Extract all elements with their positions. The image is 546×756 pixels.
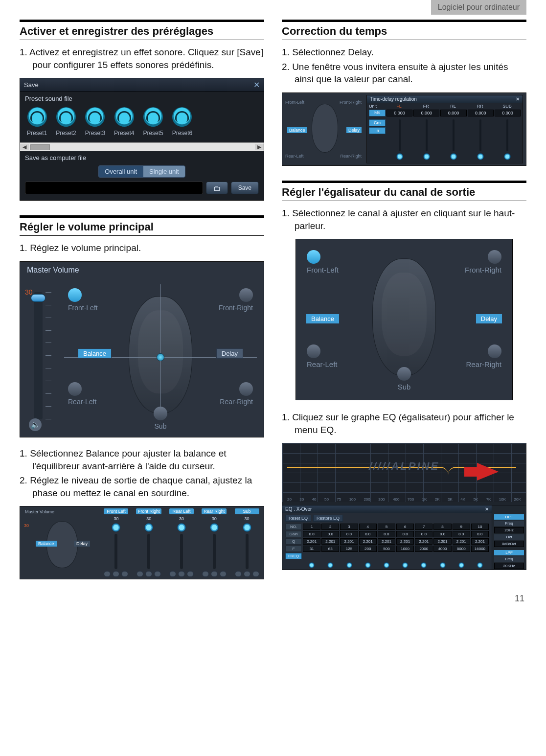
lpf-freq-label: Freq xyxy=(494,556,524,562)
reset-eq-button[interactable]: Reset EQ xyxy=(285,515,311,522)
delay-tag[interactable]: Delay xyxy=(476,314,502,324)
restore-eq-button[interactable]: Restore EQ xyxy=(313,515,343,522)
headphone-icon xyxy=(27,107,47,127)
channel-col[interactable]: Front Right30 xyxy=(136,508,162,577)
mini-delay-tag[interactable]: Delay xyxy=(74,541,90,547)
channel-col[interactable]: Rear Left30 xyxy=(169,508,195,577)
row-label-f: F xyxy=(285,546,302,552)
master-volume-slider[interactable] xyxy=(34,292,43,419)
td-balance-tag[interactable]: Balance xyxy=(287,127,307,133)
channel-col[interactable]: Front Left30 xyxy=(103,508,129,577)
mini-balance-tag[interactable]: Balance xyxy=(36,541,57,547)
speaker-front-left[interactable]: Front-Left xyxy=(307,250,339,274)
speaker-rear-right[interactable]: Rear-Right xyxy=(220,382,253,406)
left-column: Activer et enregistrer des préréglages A… xyxy=(20,20,264,593)
delay-value[interactable]: 0.000 xyxy=(413,110,439,116)
delay-slider-knob[interactable] xyxy=(450,153,457,160)
eq-band-knob[interactable] xyxy=(309,562,315,568)
speaker-front-right[interactable]: Front-Right xyxy=(219,288,253,312)
speaker-rear-left[interactable]: Rear-Left xyxy=(68,382,96,406)
eq-band-knob[interactable] xyxy=(384,562,389,568)
time-delay-pane: Front-Left Front-Right Rear-Left Rear-Ri… xyxy=(282,92,526,166)
close-icon[interactable]: ✕ xyxy=(485,506,489,512)
save-path-input[interactable] xyxy=(25,182,203,194)
sec2-step-3: Réglez le niveau de sortie de chaque can… xyxy=(20,474,264,499)
slider-knob[interactable] xyxy=(31,294,46,302)
speaker-icon xyxy=(307,250,320,264)
save-button[interactable]: Save xyxy=(231,182,259,194)
eq-band-knob[interactable] xyxy=(346,562,352,568)
speaker-front-right[interactable]: Front-Right xyxy=(465,250,501,274)
crossover-side-panel: HPF Freq 20Hz Oct 0dB/Oct LPF Freq 20KHz… xyxy=(492,505,526,570)
delay-slider-knob[interactable] xyxy=(396,153,403,160)
delay-slider-knob[interactable] xyxy=(423,153,430,160)
close-icon[interactable]: ✕ xyxy=(253,80,260,90)
channels-strip-pane: Master Volume 30 Balance Delay Front Lef… xyxy=(20,506,264,579)
speaker-rear-right[interactable]: Rear-Right xyxy=(466,344,501,368)
eq-band-knob[interactable] xyxy=(421,562,427,568)
hpf-freq-value[interactable]: 20Hz xyxy=(494,527,524,533)
preset-item[interactable]: Preset3 xyxy=(85,107,105,137)
strip-volume-value: 30 xyxy=(24,523,29,528)
preset-item[interactable]: Preset1 xyxy=(27,107,47,137)
channel-col[interactable]: Rear Right30 xyxy=(201,508,227,577)
speaker-sub[interactable]: Sub xyxy=(154,407,167,430)
overall-unit-toggle[interactable]: Overall unit xyxy=(98,165,143,178)
close-icon[interactable]: ✕ xyxy=(516,96,520,102)
hpf-oct-value[interactable]: 0dB/Oct xyxy=(494,541,524,547)
delay-value[interactable]: 0.000 xyxy=(495,110,521,116)
delay-tag[interactable]: Delay xyxy=(216,348,243,359)
in-unit-button[interactable]: In xyxy=(369,127,386,134)
ms-unit-button[interactable]: Ms xyxy=(369,110,386,116)
preset-item[interactable]: Preset5 xyxy=(143,107,163,137)
balance-tag[interactable]: Balance xyxy=(306,314,340,324)
preset-scrollbar[interactable]: ◀ ▶ xyxy=(20,142,264,151)
delay-value[interactable]: 0.000 xyxy=(440,110,466,116)
preset-item[interactable]: Preset2 xyxy=(56,107,76,137)
speaker-sub[interactable]: Sub xyxy=(397,367,411,391)
eq-band-knob[interactable] xyxy=(458,562,464,568)
delay-slider-knob[interactable] xyxy=(504,153,511,160)
scroll-thumb[interactable] xyxy=(30,144,50,150)
eq-graph[interactable]: /////ALPINE 20304050 75100200300 4007001… xyxy=(282,443,526,502)
balance-tag[interactable]: Balance xyxy=(78,348,112,359)
channel-knob[interactable] xyxy=(243,523,251,532)
master-volume-pane: Master Volume 30 🔈 Front-Left Front-Righ… xyxy=(20,261,264,437)
eq-band-knob[interactable] xyxy=(477,562,483,568)
scroll-right-icon[interactable]: ▶ xyxy=(255,144,264,150)
speaker-front-left[interactable]: Front-Left xyxy=(68,288,98,312)
browse-button[interactable]: 🗀 xyxy=(206,182,228,194)
channel-knob[interactable] xyxy=(112,523,120,532)
unit-rl: RL xyxy=(439,104,466,109)
single-unit-toggle[interactable]: Single unit xyxy=(143,165,185,178)
preset-item[interactable]: Preset6 xyxy=(172,107,192,137)
channel-col[interactable]: Sub30 xyxy=(234,508,260,577)
channel-knob[interactable] xyxy=(144,523,153,532)
lpf-freq-value[interactable]: 20KHz xyxy=(494,563,524,569)
freq-button[interactable]: FREQ xyxy=(285,553,302,559)
td-label-fr: Front-Right xyxy=(340,100,362,105)
td-label-rr: Rear-Right xyxy=(340,154,362,159)
headphone-icon xyxy=(114,107,134,127)
hpf-label: HPF xyxy=(494,514,524,520)
eq-band-knob[interactable] xyxy=(402,562,408,568)
channel-knob[interactable] xyxy=(210,523,219,532)
eq-knob-row xyxy=(285,560,489,568)
td-delay-tag[interactable]: Delay xyxy=(346,127,362,133)
eq-band-knob[interactable] xyxy=(440,562,446,568)
speaker-icon xyxy=(239,288,253,302)
delay-value[interactable]: 0.000 xyxy=(468,110,494,116)
speaker-rear-left[interactable]: Rear-Left xyxy=(307,344,338,368)
save-file-label: Save as computer file xyxy=(20,151,264,161)
preset-item[interactable]: Preset4 xyxy=(114,107,134,137)
eq-band-knob[interactable] xyxy=(365,562,371,568)
speaker-icon xyxy=(397,367,411,381)
eq-band-knob[interactable] xyxy=(327,562,333,568)
delay-value[interactable]: 0.000 xyxy=(387,110,412,116)
channel-knob[interactable] xyxy=(177,523,186,532)
cm-unit-button[interactable]: Cm xyxy=(369,119,386,126)
crosshair-dot[interactable] xyxy=(157,353,164,361)
scroll-left-icon[interactable]: ◀ xyxy=(20,144,29,150)
mute-icon[interactable]: 🔈 xyxy=(29,418,42,431)
delay-slider-knob[interactable] xyxy=(477,153,484,160)
